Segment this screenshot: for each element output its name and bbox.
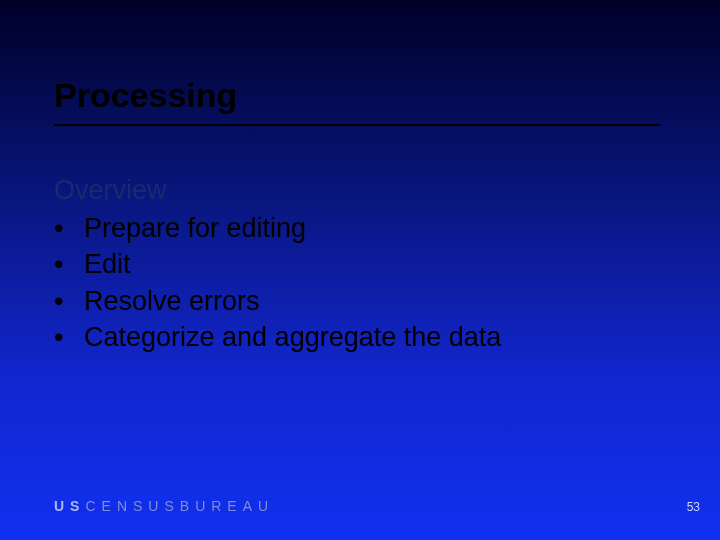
footer-logo-us: US [54, 498, 85, 514]
slide-subtitle: Overview [54, 175, 167, 206]
list-item: • Resolve errors [54, 283, 501, 319]
bullet-dot-icon: • [54, 283, 84, 319]
footer-logo-rest: CENSUSBUREAU [85, 498, 274, 514]
list-item: • Edit [54, 246, 501, 282]
bullet-text: Edit [84, 246, 131, 282]
bullet-dot-icon: • [54, 319, 84, 355]
bullet-dot-icon: • [54, 246, 84, 282]
slide: Processing Overview • Prepare for editin… [0, 0, 720, 540]
page-number: 53 [687, 500, 700, 514]
footer-logo: USCENSUSBUREAU [54, 498, 274, 514]
bullet-text: Resolve errors [84, 283, 260, 319]
bullet-text: Categorize and aggregate the data [84, 319, 501, 355]
title-underline [54, 124, 660, 126]
bullet-dot-icon: • [54, 210, 84, 246]
slide-title: Processing [54, 76, 660, 115]
list-item: • Prepare for editing [54, 210, 501, 246]
bullet-list: • Prepare for editing • Edit • Resolve e… [54, 210, 501, 356]
bullet-text: Prepare for editing [84, 210, 306, 246]
list-item: • Categorize and aggregate the data [54, 319, 501, 355]
